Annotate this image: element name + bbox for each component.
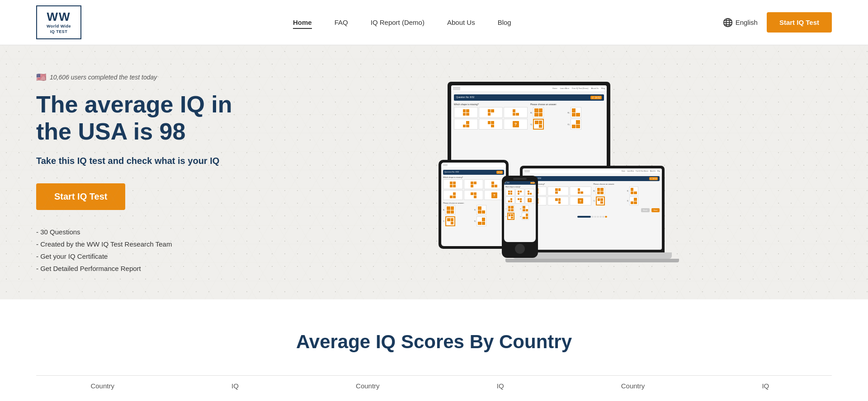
features-list: 30 Questions Created by the WW IQ Test R…	[36, 228, 271, 272]
logo[interactable]: WW World Wide IQ TEST	[36, 5, 81, 39]
col-iq-2: IQ	[434, 382, 566, 390]
globe-icon	[723, 18, 733, 28]
hero-flag-row: 🇺🇸 10,606 users completed the test today	[36, 72, 271, 82]
logo-ww: WW	[47, 10, 71, 24]
nav-about-us[interactable]: About Us	[447, 19, 475, 26]
col-country-3: Country	[566, 382, 699, 390]
nav-faq[interactable]: FAQ	[335, 19, 348, 26]
col-country-1: Country	[36, 382, 169, 390]
laptop-device: Home Learn More Free IQ Test (Demo) Abou…	[520, 166, 665, 262]
table-header: Country IQ Country IQ Country IQ	[36, 375, 832, 396]
language-selector[interactable]: English	[723, 18, 758, 28]
nav-right: English Start IQ Test	[723, 12, 832, 33]
header-start-btn[interactable]: Start IQ Test	[767, 12, 832, 33]
col-iq-1: IQ	[169, 382, 301, 390]
feature-1: 30 Questions	[36, 228, 271, 236]
section-title: Average IQ Scores By Country	[36, 331, 832, 353]
hero-right: Home Learn More Free IQ Test (Demo) Abou…	[271, 77, 832, 267]
phone-device: Q: 8/32 19:52 Which shape is missing?	[502, 176, 538, 258]
feature-3: Get your IQ Certificate	[36, 252, 271, 260]
devices-mockup: Home Learn More Free IQ Test (Demo) Abou…	[439, 82, 665, 262]
users-count-text: 10,606 users completed the test today	[50, 74, 157, 81]
hero-start-btn[interactable]: Start IQ Test	[36, 183, 125, 210]
main-nav: Home FAQ IQ Report (Demo) About Us Blog	[293, 19, 511, 26]
language-label: English	[736, 19, 758, 26]
feature-2: Created by the WW IQ Test Research Team	[36, 240, 271, 248]
hero-title: The average IQ in the USA is 98	[36, 91, 271, 145]
country-section: Average IQ Scores By Country Country IQ …	[0, 299, 868, 401]
usa-flag: 🇺🇸	[36, 72, 46, 82]
tablet-device: Question No: 8/32 19:52 Which shape is m…	[439, 160, 509, 249]
feature-4: Get Detailed Performance Report	[36, 265, 271, 272]
nav-home[interactable]: Home	[293, 19, 312, 26]
logo-subtitle: World Wide IQ TEST	[47, 24, 71, 34]
nav-blog[interactable]: Blog	[498, 19, 511, 26]
nav-iq-report[interactable]: IQ Report (Demo)	[371, 19, 425, 26]
hero-section: 🇺🇸 10,606 users completed the test today…	[0, 45, 868, 299]
col-country-2: Country	[302, 382, 434, 390]
hero-left: 🇺🇸 10,606 users completed the test today…	[36, 72, 271, 272]
header: WW World Wide IQ TEST Home FAQ IQ Report…	[0, 0, 868, 45]
hero-subtitle: Take this IQ test and check what is your…	[36, 154, 271, 167]
col-iq-3: IQ	[699, 382, 832, 390]
